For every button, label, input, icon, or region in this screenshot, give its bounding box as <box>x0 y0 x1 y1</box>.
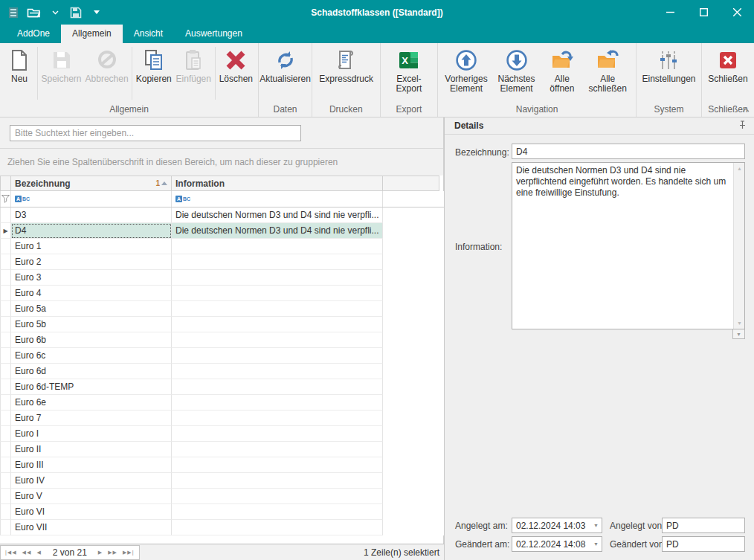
cell-information[interactable]: Die deutschen Normen D3 und D4 sind nie … <box>172 223 383 239</box>
table-row[interactable]: Euro II <box>0 442 444 457</box>
cell-information[interactable] <box>172 411 383 426</box>
combo-dropdown-icon[interactable]: ▼ <box>590 537 602 551</box>
next-element-button[interactable]: Nächstes Element <box>492 45 542 94</box>
nav-first-button[interactable]: |◀◀ <box>5 550 17 556</box>
cancel-button[interactable]: Abbrechen <box>83 45 130 84</box>
cell-bezeichnung[interactable]: Euro 2 <box>11 254 172 270</box>
excel-export-button[interactable]: X Excel-Export <box>384 45 435 94</box>
column-header-information[interactable]: Information <box>172 176 383 191</box>
cell-bezeichnung[interactable]: Euro VI <box>11 504 172 520</box>
cell-information[interactable] <box>172 239 383 254</box>
cell-information[interactable] <box>172 301 383 317</box>
tab-auswertungen[interactable]: Auswertungen <box>174 25 254 43</box>
open-icon[interactable] <box>27 4 42 21</box>
cell-information[interactable] <box>172 395 383 411</box>
cell-bezeichnung[interactable]: Euro 3 <box>11 270 172 286</box>
column-header-bezeichnung[interactable]: Bezeichnung 1 <box>11 176 172 191</box>
cell-bezeichnung[interactable]: Euro 1 <box>11 239 172 254</box>
cell-information[interactable] <box>172 348 383 364</box>
cell-bezeichnung[interactable]: Euro 6b <box>11 332 172 348</box>
cell-information[interactable] <box>172 520 383 535</box>
table-row[interactable]: Euro 7 <box>0 411 444 426</box>
save-quick-icon[interactable] <box>68 4 83 21</box>
cell-information[interactable] <box>172 442 383 457</box>
nav-last-button[interactable]: ▶▶| <box>123 550 135 556</box>
geaendert-am-combo[interactable]: 02.12.2024 14:08 ▼ <box>512 536 602 552</box>
cell-information[interactable]: Die deutschen Normen D3 und D4 sind nie … <box>172 207 383 223</box>
table-row[interactable]: Euro 5b <box>0 317 444 332</box>
cell-bezeichnung[interactable]: Euro 6c <box>11 348 172 364</box>
information-memo[interactable]: Die deutschen Normen D3 und D4 sind nie … <box>512 162 745 329</box>
filter-cell-information[interactable]: ABC <box>172 191 383 207</box>
table-row[interactable]: Euro 5a <box>0 301 444 317</box>
cell-bezeichnung[interactable]: Euro 6e <box>11 395 172 411</box>
pin-icon[interactable] <box>738 120 747 132</box>
geaendert-von-input[interactable] <box>662 536 745 552</box>
scroll-up-icon[interactable]: ▲ <box>734 163 745 174</box>
cell-information[interactable] <box>172 286 383 301</box>
cell-information[interactable] <box>172 270 383 286</box>
copy-button[interactable]: Kopieren <box>134 45 174 84</box>
table-row[interactable]: Euro 4 <box>0 286 444 301</box>
angelegt-von-input[interactable] <box>662 518 745 533</box>
cell-bezeichnung[interactable]: Euro 7 <box>11 411 172 426</box>
group-by-panel[interactable]: Ziehen Sie eine Spaltenüberschrift in di… <box>0 149 443 176</box>
refresh-button[interactable]: Aktualisieren <box>262 45 309 84</box>
new-button[interactable]: Neu <box>3 45 36 84</box>
table-row[interactable]: Euro 1 <box>0 239 444 254</box>
cell-information[interactable] <box>172 364 383 379</box>
cell-bezeichnung[interactable]: D3 <box>11 207 172 223</box>
cell-information[interactable] <box>172 317 383 332</box>
table-row[interactable]: Euro 6e <box>0 395 444 411</box>
cell-bezeichnung[interactable]: Euro 5a <box>11 301 172 317</box>
table-row[interactable]: Euro 6b <box>0 332 444 348</box>
table-row[interactable]: Euro 6d <box>0 364 444 379</box>
cell-bezeichnung[interactable]: D4 <box>11 223 172 239</box>
tab-addone[interactable]: AddOne <box>6 25 61 43</box>
cell-bezeichnung[interactable]: Euro VII <box>11 520 172 535</box>
table-row[interactable]: Euro V <box>0 489 444 504</box>
paste-button[interactable]: Einfügen <box>174 45 213 84</box>
table-row[interactable]: Euro VII <box>0 520 444 535</box>
cell-bezeichnung[interactable]: Euro II <box>11 442 172 457</box>
minimize-button[interactable] <box>654 0 687 25</box>
table-row[interactable]: Euro 6c <box>0 348 444 364</box>
settings-button[interactable]: Einstellungen <box>639 45 698 84</box>
cell-bezeichnung[interactable]: Euro 6d-TEMP <box>11 379 172 395</box>
close-all-button[interactable]: Alle schließen <box>582 45 633 94</box>
app-menu-icon[interactable] <box>6 4 21 21</box>
cell-bezeichnung[interactable]: Euro V <box>11 489 172 504</box>
express-print-button[interactable]: Expressdruck <box>315 45 376 84</box>
filter-cell-bezeichnung[interactable]: ABC <box>11 191 172 207</box>
table-row[interactable]: D3Die deutschen Normen D3 und D4 sind ni… <box>0 207 444 223</box>
cell-bezeichnung[interactable]: Euro 5b <box>11 317 172 332</box>
table-row[interactable]: Euro III <box>0 457 444 473</box>
table-row[interactable]: Euro VI <box>0 504 444 520</box>
table-row[interactable]: ▶D4Die deutschen Normen D3 und D4 sind n… <box>0 223 444 239</box>
table-row[interactable]: Euro IV <box>0 473 444 489</box>
open-all-button[interactable]: Alle öffnen <box>541 45 582 94</box>
nav-prev-page-button[interactable]: ◀◀ <box>22 550 32 556</box>
cell-information[interactable] <box>172 426 383 442</box>
nav-next-page-button[interactable]: ▶▶ <box>108 550 117 556</box>
close-button[interactable]: Schließen <box>705 45 751 84</box>
cell-information[interactable] <box>172 489 383 504</box>
cell-bezeichnung[interactable]: Euro I <box>11 426 172 442</box>
memo-scrollbar[interactable]: ▲ ▼ <box>733 163 744 329</box>
table-row[interactable]: Euro 2 <box>0 254 444 270</box>
tab-allgemein[interactable]: Allgemein <box>61 25 123 43</box>
scroll-down-icon[interactable]: ▼ <box>734 318 745 329</box>
ribbon-collapse-icon[interactable] <box>742 104 750 115</box>
nav-next-button[interactable]: ▶ <box>98 550 103 556</box>
maximize-button[interactable] <box>687 0 721 25</box>
cell-bezeichnung[interactable]: Euro IV <box>11 473 172 489</box>
tab-ansicht[interactable]: Ansicht <box>123 25 174 43</box>
previous-element-button[interactable]: Vorheriges Element <box>441 45 492 94</box>
cell-information[interactable] <box>172 504 383 520</box>
nav-prev-button[interactable]: ◀ <box>36 550 41 556</box>
table-row[interactable]: Euro 6d-TEMP <box>0 379 444 395</box>
combo-dropdown-icon[interactable]: ▼ <box>590 518 602 532</box>
save-button[interactable]: Speichern <box>39 45 83 84</box>
cell-information[interactable] <box>172 457 383 473</box>
memo-dropdown-button[interactable]: ▼ <box>732 329 745 339</box>
